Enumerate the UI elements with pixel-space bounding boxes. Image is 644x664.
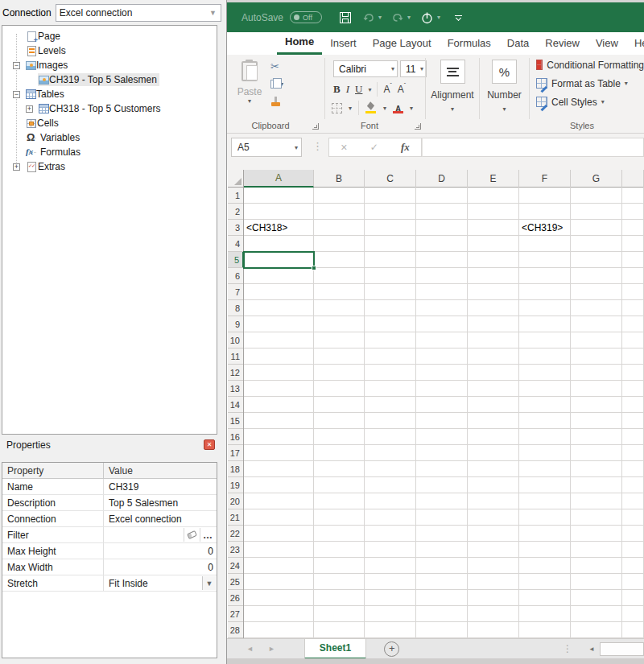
cell-G16[interactable]: [571, 429, 622, 445]
cell-F2[interactable]: [519, 204, 571, 220]
underline-button[interactable]: U: [355, 83, 362, 96]
cell-G28[interactable]: [571, 622, 622, 638]
cell-E15[interactable]: [468, 413, 519, 429]
cell-C3[interactable]: [365, 220, 416, 236]
column-header-a[interactable]: A: [244, 170, 314, 188]
cell-A21[interactable]: [244, 509, 314, 526]
column-header-partial[interactable]: [622, 170, 644, 188]
row-header-25[interactable]: 25: [228, 574, 243, 590]
cell-C21[interactable]: [365, 509, 416, 526]
cell-B3[interactable]: [314, 220, 365, 236]
row-header-5[interactable]: 5: [228, 252, 244, 268]
cell-E23[interactable]: [468, 542, 519, 558]
cell-G17[interactable]: [571, 445, 622, 461]
cell-D2[interactable]: [416, 204, 468, 220]
collapse-icon[interactable]: −: [13, 91, 20, 98]
cell-A7[interactable]: [244, 284, 314, 300]
ribbon-tab-insert[interactable]: Insert: [322, 32, 365, 55]
cell-E27[interactable]: [468, 606, 519, 622]
cancel-entry-icon[interactable]: ×: [341, 141, 347, 154]
row-header-17[interactable]: 17: [228, 445, 243, 461]
font-size-combo[interactable]: 11▾: [400, 60, 427, 77]
cell-H14[interactable]: [622, 397, 644, 413]
cell-C8[interactable]: [365, 300, 416, 316]
cell-C20[interactable]: [365, 493, 416, 509]
cell-A17[interactable]: [244, 445, 314, 461]
column-header-g[interactable]: G: [571, 170, 622, 188]
cell-A12[interactable]: [244, 365, 314, 381]
cell-H16[interactable]: [622, 429, 644, 445]
cell-F10[interactable]: [519, 332, 571, 348]
cell-D24[interactable]: [416, 558, 468, 574]
cell-B20[interactable]: [314, 493, 365, 509]
cell-E20[interactable]: [468, 493, 519, 509]
row-header-12[interactable]: 12: [228, 365, 243, 381]
tree-item-images[interactable]: −Images: [13, 58, 217, 72]
horizontal-scrollbar[interactable]: [600, 642, 644, 656]
cell-E22[interactable]: [468, 526, 519, 542]
cell-C10[interactable]: [365, 332, 416, 348]
cell-F6[interactable]: [519, 268, 571, 284]
cell-E16[interactable]: [468, 429, 519, 445]
row-header-22[interactable]: 22: [228, 526, 243, 542]
cell-G2[interactable]: [571, 204, 622, 220]
borders-icon[interactable]: [332, 103, 342, 113]
cell-G3[interactable]: [571, 220, 622, 236]
cell-B11[interactable]: [314, 348, 365, 365]
cell-B1[interactable]: [314, 188, 365, 204]
cell-D6[interactable]: [416, 268, 468, 284]
increase-font-size-button[interactable]: Aˆ: [383, 84, 391, 95]
row-header-14[interactable]: 14: [228, 397, 243, 413]
row-header-24[interactable]: 24: [228, 558, 243, 574]
fill-color-icon[interactable]: [365, 103, 377, 113]
cell-E13[interactable]: [468, 381, 519, 397]
cell-C13[interactable]: [365, 381, 416, 397]
cell-B23[interactable]: [314, 542, 365, 558]
row-header-9[interactable]: 9: [228, 316, 243, 332]
confirm-entry-icon[interactable]: ✓: [370, 142, 378, 153]
tree-item-extras[interactable]: +Extras: [13, 159, 217, 174]
cell-H9[interactable]: [622, 316, 644, 332]
number-button[interactable]: % Number ▾: [480, 60, 529, 113]
cell-B6[interactable]: [314, 268, 365, 284]
cell-H18[interactable]: [622, 461, 644, 477]
cell-F13[interactable]: [519, 381, 571, 397]
row-header-11[interactable]: 11: [228, 348, 243, 365]
cell-D20[interactable]: [416, 493, 468, 509]
cell-G10[interactable]: [571, 332, 622, 348]
cell-D16[interactable]: [416, 429, 468, 445]
row-header-4[interactable]: 4: [228, 236, 243, 252]
cell-E12[interactable]: [468, 365, 519, 381]
cell-A8[interactable]: [244, 300, 314, 316]
cell-H26[interactable]: [622, 590, 644, 606]
cell-A11[interactable]: [244, 348, 314, 365]
cell-B5[interactable]: [314, 252, 365, 268]
row-header-15[interactable]: 15: [228, 413, 243, 429]
expand-icon[interactable]: +: [13, 163, 20, 171]
cell-A18[interactable]: [244, 461, 314, 477]
cell-A22[interactable]: [244, 526, 314, 542]
cell-H6[interactable]: [622, 268, 644, 284]
cell-B4[interactable]: [314, 236, 365, 252]
cell-F28[interactable]: [519, 622, 571, 638]
cell-A23[interactable]: [244, 542, 314, 558]
cell-H3[interactable]: [622, 220, 644, 236]
customize-quick-access-button[interactable]: [455, 15, 462, 20]
cell-G22[interactable]: [571, 526, 622, 542]
cell-A27[interactable]: [244, 606, 314, 622]
touch-mouse-mode-button[interactable]: ▾: [420, 11, 440, 24]
cell-G8[interactable]: [571, 300, 622, 316]
cell-C14[interactable]: [365, 397, 416, 413]
font-name-combo[interactable]: Calibri▾: [333, 60, 398, 77]
ellipsis-button[interactable]: …: [200, 528, 216, 542]
row-header-8[interactable]: 8: [228, 300, 243, 316]
cell-H24[interactable]: [622, 558, 644, 574]
cell-H12[interactable]: [622, 365, 644, 381]
cell-A19[interactable]: [244, 477, 314, 493]
cell-G5[interactable]: [571, 252, 622, 268]
cell-D15[interactable]: [416, 413, 468, 429]
cell-B28[interactable]: [314, 622, 365, 638]
active-cell-selection[interactable]: [243, 251, 315, 269]
alignment-button[interactable]: Alignment ▾: [426, 60, 479, 113]
cell-A6[interactable]: [244, 268, 314, 284]
